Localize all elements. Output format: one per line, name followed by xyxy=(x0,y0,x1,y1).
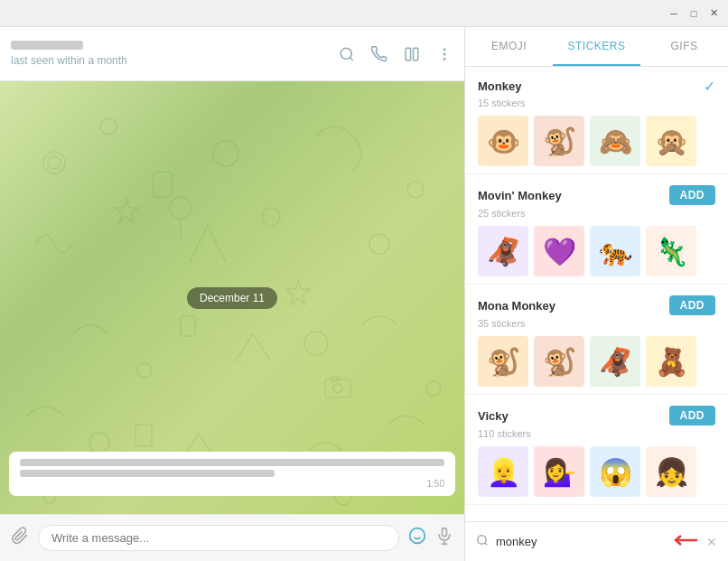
sticker-row-monkey: 🐵 🐒 🙈 🙊 xyxy=(478,116,715,166)
pack-name-movin-monkey: Movin' Monkey xyxy=(478,189,562,202)
svg-point-24 xyxy=(170,197,191,219)
svg-point-8 xyxy=(48,156,61,169)
svg-point-17 xyxy=(407,182,424,198)
contact-status: last seen within a month xyxy=(11,54,338,67)
svg-point-18 xyxy=(89,433,109,453)
svg-point-7 xyxy=(43,152,65,173)
message-time: 1:50 xyxy=(20,479,444,489)
sticker-thumb[interactable]: 🐒 xyxy=(534,336,584,387)
tab-gifs[interactable]: GIFS xyxy=(640,27,728,66)
chat-header: last seen within a month xyxy=(0,27,464,81)
sticker-thumb[interactable]: 🐵 xyxy=(478,116,528,166)
maximize-button[interactable]: □ xyxy=(686,6,701,21)
chat-background: December 11 1:50 xyxy=(0,81,464,514)
svg-point-27 xyxy=(333,384,342,393)
sticker-pack-mona-monkey: Mona Monkey ADD 35 stickers 🐒 🐒 🦧 🧸 xyxy=(465,285,728,395)
svg-rect-19 xyxy=(135,425,152,446)
message-text-line1 xyxy=(20,459,444,466)
svg-point-5 xyxy=(443,52,446,55)
svg-point-0 xyxy=(341,48,351,59)
search-icon-small xyxy=(476,534,489,549)
add-movin-monkey-button[interactable]: ADD xyxy=(669,185,716,205)
title-bar: ─ □ ✕ xyxy=(0,0,728,27)
columns-icon[interactable] xyxy=(403,45,421,63)
search-arrow-icon xyxy=(674,532,699,551)
sticker-thumb[interactable]: 🙈 xyxy=(590,116,640,166)
sticker-search-bar: ✕ xyxy=(465,521,728,561)
pack-header-movin-monkey: Movin' Monkey ADD xyxy=(478,185,715,205)
sticker-thumb[interactable]: 🙊 xyxy=(646,116,696,166)
svg-point-29 xyxy=(410,528,425,544)
pack-check-icon: ✓ xyxy=(704,78,715,95)
sticker-tabs: EMOJI STICKERS GIFS xyxy=(465,27,728,67)
mic-icon[interactable] xyxy=(435,527,453,549)
svg-rect-32 xyxy=(443,528,447,537)
message-bubble: 1:50 xyxy=(9,452,455,496)
sticker-row-mona-monkey: 🐒 🐒 🦧 🧸 xyxy=(478,336,715,387)
more-icon[interactable] xyxy=(435,45,453,63)
pack-name-monkey: Monkey xyxy=(478,79,521,93)
pack-count-monkey: 15 stickers xyxy=(478,98,715,108)
header-actions xyxy=(338,45,453,63)
svg-point-6 xyxy=(443,57,446,60)
svg-point-14 xyxy=(137,363,152,378)
message-text-line2 xyxy=(20,470,275,477)
svg-line-1 xyxy=(350,57,352,60)
chat-input-bar xyxy=(0,514,464,561)
sticker-thumb[interactable]: 🐅 xyxy=(590,226,640,276)
sticker-row-vicky: 👱‍♀️ 💁‍♀️ 😱 👧 xyxy=(478,446,715,497)
sticker-thumb[interactable]: 💁‍♀️ xyxy=(534,446,584,497)
sticker-thumb[interactable]: 👱‍♀️ xyxy=(478,446,528,497)
minimize-button[interactable]: ─ xyxy=(667,6,681,21)
sticker-list: Monkey ✓ 15 stickers 🐵 🐒 🙈 🙊 Movin' Monk… xyxy=(465,67,728,521)
sticker-thumb[interactable]: 🦎 xyxy=(646,226,696,276)
call-icon[interactable] xyxy=(370,45,388,63)
close-button[interactable]: ✕ xyxy=(706,6,721,21)
pack-name-vicky: Vicky xyxy=(478,409,509,423)
svg-point-35 xyxy=(478,536,486,544)
chat-panel: last seen within a month xyxy=(0,27,465,561)
pack-header-mona-monkey: Mona Monkey ADD xyxy=(478,295,715,315)
svg-line-36 xyxy=(485,543,488,546)
sticker-pack-movin-monkey: Movin' Monkey ADD 25 stickers 🦧 💜 🐅 🦎 xyxy=(465,174,728,285)
contact-info: last seen within a month xyxy=(11,41,338,67)
sticker-thumb[interactable]: 🦧 xyxy=(478,226,528,276)
pack-header-vicky: Vicky ADD xyxy=(478,406,715,425)
sticker-thumb[interactable]: 💜 xyxy=(534,226,584,276)
message-input[interactable] xyxy=(38,525,399,551)
sticker-thumb[interactable]: 🐒 xyxy=(534,116,584,166)
sticker-panel: EMOJI STICKERS GIFS Monkey ✓ 15 stickers… xyxy=(465,27,728,561)
attach-icon[interactable] xyxy=(11,527,29,549)
sticker-pack-monkey: Monkey ✓ 15 stickers 🐵 🐒 🙈 🙊 xyxy=(465,67,728,174)
svg-point-9 xyxy=(100,118,117,135)
sticker-thumb[interactable]: 🐒 xyxy=(478,336,528,387)
svg-point-20 xyxy=(426,381,441,396)
tab-emoji[interactable]: EMOJI xyxy=(465,27,553,66)
sticker-thumb[interactable]: 👧 xyxy=(646,446,696,497)
tab-stickers[interactable]: STICKERS xyxy=(553,27,640,66)
search-icon[interactable] xyxy=(338,45,356,63)
svg-rect-3 xyxy=(414,48,418,61)
add-vicky-button[interactable]: ADD xyxy=(669,406,716,425)
clear-search-button[interactable]: ✕ xyxy=(706,535,717,549)
svg-rect-26 xyxy=(325,379,350,397)
svg-point-16 xyxy=(304,332,328,355)
pack-count-movin-monkey: 25 stickers xyxy=(478,208,715,219)
pack-count-mona-monkey: 35 stickers xyxy=(478,318,715,329)
svg-point-13 xyxy=(369,234,389,254)
add-mona-monkey-button[interactable]: ADD xyxy=(669,295,716,315)
emoji-icon[interactable] xyxy=(408,527,426,549)
svg-rect-10 xyxy=(154,172,172,197)
sticker-thumb[interactable]: 🦧 xyxy=(590,336,640,387)
main-container: last seen within a month xyxy=(0,27,728,561)
sticker-row-movin-monkey: 🦧 💜 🐅 🦎 xyxy=(478,226,715,276)
svg-point-11 xyxy=(213,141,238,166)
sticker-search-input[interactable] xyxy=(496,535,667,548)
svg-point-4 xyxy=(443,48,446,51)
pack-name-mona-monkey: Mona Monkey xyxy=(478,299,555,313)
pack-count-vicky: 110 stickers xyxy=(478,428,715,439)
sticker-thumb[interactable]: 😱 xyxy=(590,446,640,497)
sticker-thumb[interactable]: 🧸 xyxy=(646,336,696,387)
pack-header-monkey: Monkey ✓ xyxy=(478,78,715,95)
contact-name xyxy=(11,41,83,50)
